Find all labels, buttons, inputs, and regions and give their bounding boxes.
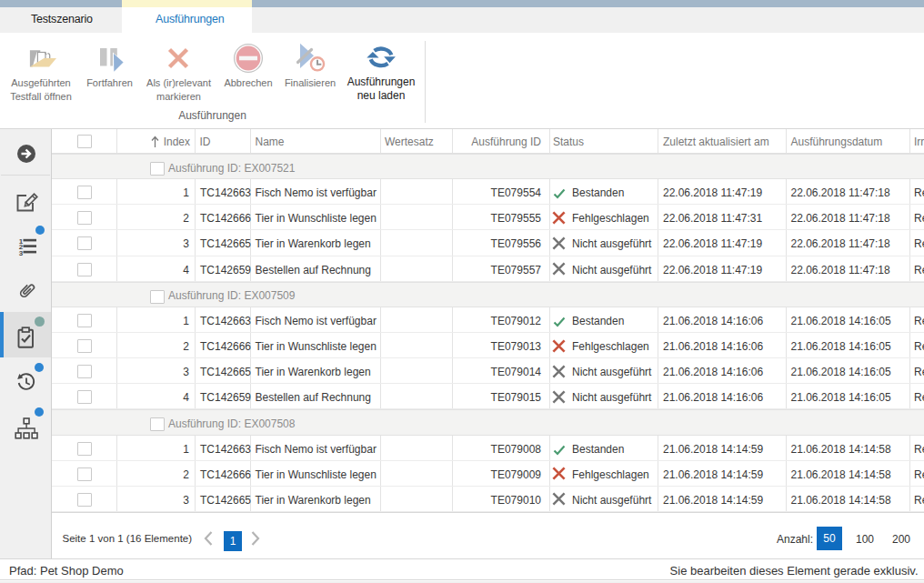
svg-text:3: 3: [19, 249, 24, 257]
